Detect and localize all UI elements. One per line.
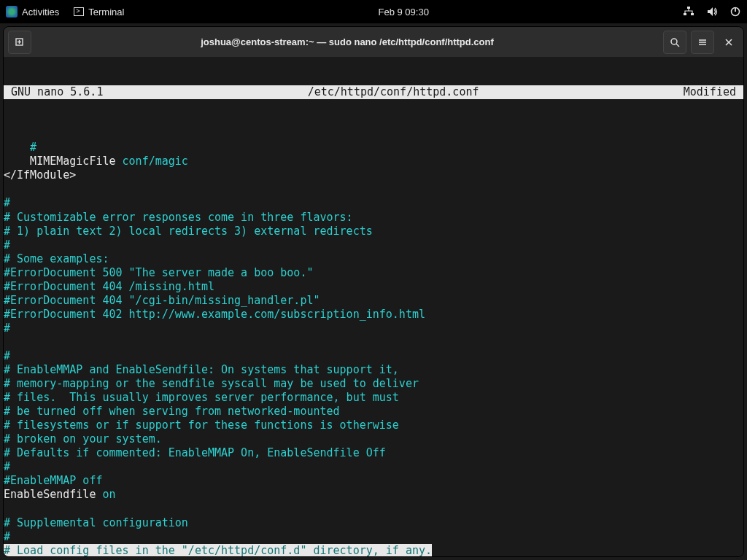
activities-label: Activities: [22, 7, 59, 18]
close-button[interactable]: [719, 32, 739, 52]
svg-rect-1: [684, 13, 686, 15]
terminal-icon: [74, 7, 84, 16]
nano-status: Modified: [684, 85, 736, 98]
close-icon: [724, 38, 733, 47]
search-icon: [670, 37, 680, 47]
nano-filename: /etc/httpd/conf/httpd.conf: [308, 85, 479, 98]
terminal-window: joshua@centos-stream:~ — sudo nano /etc/…: [3, 26, 744, 557]
power-icon: [729, 6, 741, 18]
editor-body[interactable]: # MIMEMagicFile conf/magic </IfModule> #…: [4, 127, 743, 556]
volume-icon: [706, 6, 718, 18]
topbar-app-menu[interactable]: Terminal: [74, 7, 124, 18]
svg-rect-0: [687, 7, 690, 9]
search-button[interactable]: [663, 31, 686, 54]
system-tray[interactable]: [683, 6, 741, 18]
svg-rect-2: [691, 13, 694, 15]
activities-button[interactable]: Activities: [6, 6, 59, 18]
app-name-label: Terminal: [88, 7, 124, 18]
svg-line-9: [676, 44, 679, 47]
topbar-datetime[interactable]: Feb 9 09:30: [124, 7, 683, 18]
nano-version: GNU nano 5.6.1: [11, 85, 103, 98]
terminal-viewport[interactable]: GNU nano 5.6.1 /etc/httpd/conf/httpd.con…: [4, 58, 743, 556]
nano-header-bar: GNU nano 5.6.1 /etc/httpd/conf/httpd.con…: [4, 85, 743, 99]
hamburger-icon: [697, 37, 708, 47]
gnome-topbar: Activities Terminal Feb 9 09:30: [0, 0, 747, 23]
new-tab-icon: [15, 37, 25, 47]
network-icon: [683, 6, 694, 18]
svg-point-8: [671, 39, 677, 44]
window-title: joshua@centos-stream:~ — sudo nano /etc/…: [31, 36, 663, 47]
window-titlebar: joshua@centos-stream:~ — sudo nano /etc/…: [4, 27, 743, 58]
activities-icon: [6, 6, 18, 18]
new-tab-button[interactable]: [8, 31, 31, 54]
menu-button[interactable]: [691, 31, 714, 54]
